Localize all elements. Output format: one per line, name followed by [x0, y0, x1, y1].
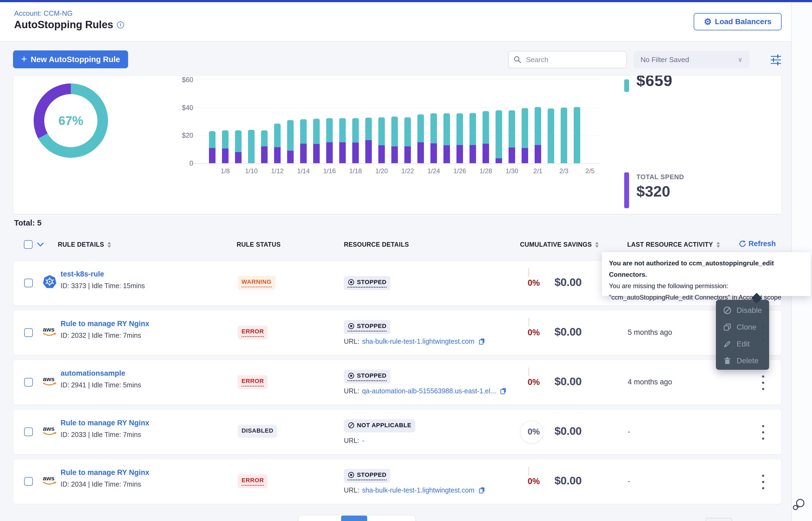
sort-icon[interactable]: [107, 242, 111, 248]
menu-item-label: Clone: [736, 323, 756, 332]
bar-segment-savings: [209, 131, 215, 148]
y-axis-tick-label: $40: [166, 104, 193, 112]
bar-segment-savings: [444, 113, 450, 145]
tooltip-line: You are missing the following permission…: [609, 280, 804, 292]
menu-item-label: Disable: [736, 306, 762, 315]
savings-spark-tick: [528, 268, 529, 277]
row-checkbox[interactable]: [24, 477, 33, 486]
chat-help-button[interactable]: [792, 498, 806, 512]
delete-icon: [723, 357, 732, 365]
bar-segment-spend: [378, 145, 385, 163]
pagination-bar[interactable]: [299, 516, 415, 521]
resource-url-link[interactable]: -: [362, 437, 364, 445]
bar-segment-spend: [209, 148, 215, 163]
row-checkbox[interactable]: [24, 279, 33, 287]
column-header-cumulative-savings[interactable]: CUMULATIVE SAVINGS: [520, 241, 599, 248]
sort-icon[interactable]: [595, 242, 599, 248]
menu-item-disable[interactable]: Disable: [716, 302, 769, 319]
resource-state-badge: STOPPED: [344, 469, 390, 483]
resource-url-link[interactable]: sha-bulk-rule-test-1.lightwingtest.com: [362, 486, 474, 494]
column-header-resource-details: RESOURCE DETAILS: [344, 241, 409, 248]
menu-item-delete[interactable]: Delete: [716, 353, 769, 369]
donut-center-label: 67%: [34, 84, 108, 158]
load-balancers-button[interactable]: ⚙ Load Balancers: [694, 13, 782, 30]
row-actions-kebab-icon[interactable]: [758, 425, 769, 440]
select-menu-chevron-icon[interactable]: [37, 242, 44, 248]
bar-segment-savings: [378, 117, 385, 145]
bar-segment-savings: [561, 108, 567, 163]
last-activity: -: [628, 477, 630, 485]
row-checkbox[interactable]: [24, 328, 33, 337]
refresh-label: Refresh: [748, 240, 776, 248]
rule-status-badge: WARNING: [238, 276, 275, 290]
savings-percent: 0%: [513, 328, 540, 338]
kubernetes-icon: [42, 274, 58, 290]
bar-segment-spend: [495, 158, 502, 163]
clone-icon: [723, 323, 732, 332]
resource-url-link[interactable]: qa-automation-alb-515563988.us-east-1.el…: [362, 387, 496, 395]
rule-name-link[interactable]: test-k8s-rule: [61, 270, 104, 278]
table-row: aws Rule to manage RY Nginx ID: 2032 | I…: [13, 310, 782, 355]
sort-icon[interactable]: [716, 242, 720, 248]
rule-name-link[interactable]: Rule to manage RY Nginx: [61, 320, 149, 328]
filter-panel-button[interactable]: [769, 53, 783, 67]
bar-segment-savings: [483, 111, 489, 144]
gridline: [189, 163, 599, 164]
info-icon[interactable]: i: [117, 21, 124, 28]
x-axis-tick-label: 1/18: [343, 167, 368, 175]
x-axis-tick-label: 1/22: [396, 167, 420, 175]
column-label: LAST RESOURCE ACTIVITY: [627, 241, 713, 248]
menu-item-label: Delete: [736, 357, 758, 365]
page-size-button[interactable]: [706, 518, 732, 521]
table-row: aws Rule to manage RY Nginx ID: 2034 | I…: [13, 459, 782, 504]
resource-state-badge: STOPPED: [344, 370, 390, 384]
bar-segment-savings: [418, 114, 424, 142]
row-actions-kebab-icon[interactable]: [758, 475, 769, 489]
page-title: AutoStopping Rules i: [14, 19, 124, 31]
search-input[interactable]: [526, 55, 619, 64]
resource-state-badge: STOPPED: [344, 320, 390, 334]
savings-amount: $0.00: [554, 375, 582, 388]
select-all-checkbox[interactable]: [24, 240, 33, 249]
y-axis-tick-label: $20: [166, 132, 193, 139]
resource-state-label: NOT APPLICABLE: [357, 422, 411, 429]
column-header-rule-details[interactable]: RULE DETAILS: [58, 241, 111, 248]
row-checkbox[interactable]: [24, 378, 33, 387]
bar-segment-savings: [535, 107, 541, 145]
saved-filter-dropdown[interactable]: No Filter Saved ∨: [634, 51, 750, 68]
last-activity: 4 months ago: [628, 378, 672, 386]
pagination-active-page-button[interactable]: [341, 516, 367, 521]
total-savings-color-bar: [624, 80, 629, 92]
rule-name-link[interactable]: Rule to manage RY Nginx: [61, 419, 149, 427]
bar-segment-savings: [521, 108, 528, 148]
bar-segment-savings: [430, 113, 437, 143]
savings-percent: 0%: [513, 427, 540, 437]
menu-item-edit[interactable]: Edit: [716, 336, 769, 353]
new-autostopping-rule-button[interactable]: + New AutoStopping Rule: [13, 50, 128, 68]
rule-status-label: ERROR: [241, 328, 264, 335]
rule-meta: ID: 2034 | Idle Time: 7mins: [61, 480, 141, 488]
saved-filter-value: No Filter Saved: [640, 55, 689, 64]
summary-chart-card: 67% 0$20$40$601/81/101/121/141/161/181/2…: [13, 75, 782, 214]
copy-icon[interactable]: [478, 338, 486, 345]
bar-segment-spend: [444, 145, 450, 163]
row-actions-kebab-icon[interactable]: [758, 376, 769, 390]
stopped-icon: [348, 471, 355, 478]
breadcrumb-account-link[interactable]: Account: CCM-NG: [14, 9, 72, 18]
column-header-last-resource-activity[interactable]: LAST RESOURCE ACTIVITY: [627, 241, 720, 248]
copy-icon[interactable]: [500, 387, 507, 395]
resource-url-link[interactable]: sha-bulk-rule-test-1.lightwingtest.com: [362, 338, 474, 345]
row-checkbox[interactable]: [24, 428, 33, 436]
bar-segment-spend: [470, 145, 476, 163]
rule-name-link[interactable]: automationsample: [61, 369, 125, 378]
menu-item-label: Edit: [736, 340, 750, 348]
refresh-button[interactable]: Refresh: [738, 240, 776, 248]
copy-icon[interactable]: [478, 486, 486, 494]
rule-name-link[interactable]: Rule to manage RY Nginx: [61, 469, 149, 477]
bar-segment-savings: [495, 110, 502, 158]
resource-state-label: STOPPED: [357, 322, 386, 330]
total-rules-count: Total: 5: [14, 219, 42, 227]
menu-item-clone[interactable]: Clone: [716, 319, 769, 336]
gear-icon: ⚙: [704, 17, 711, 26]
bar-segment-spend: [222, 149, 229, 163]
